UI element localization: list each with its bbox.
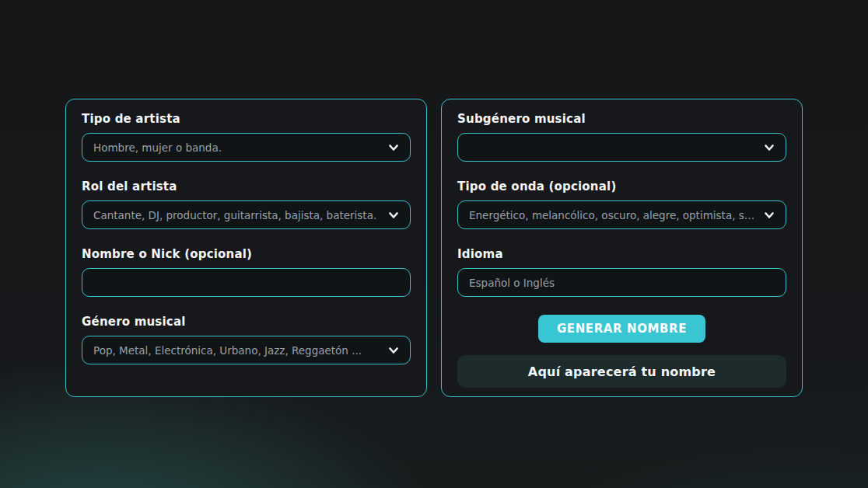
nickname-label: Nombre o Nick (opcional)	[82, 247, 411, 261]
chevron-down-icon	[762, 141, 776, 155]
music-genre-select[interactable]: Pop, Metal, Electrónica, Urbano, Jazz, R…	[82, 336, 411, 364]
artist-role-select[interactable]: Cantante, DJ, productor, guitarrista, ba…	[82, 200, 411, 229]
music-genre-value: Pop, Metal, Electrónica, Urbano, Jazz, R…	[93, 344, 380, 357]
artist-type-select[interactable]: Hombre, mujer o banda.	[82, 133, 411, 162]
app-background: { "colors": { "accent_border": "#3bc0cd"…	[0, 0, 868, 488]
subgenre-select[interactable]	[457, 133, 786, 162]
vibe-label: Tipo de onda (opcional)	[457, 180, 786, 193]
music-genre-label: Género musical	[82, 315, 411, 329]
result-placeholder-text: Aquí aparecerá tu nombre	[528, 364, 716, 379]
language-field: Idioma	[457, 247, 786, 297]
vibe-value: Energético, melancólico, oscuro, alegre,…	[469, 209, 756, 221]
generator-panel: Subgénero musical Tipo de onda (opcional…	[441, 99, 803, 397]
music-genre-field: Género musical Pop, Metal, Electrónica, …	[82, 315, 411, 364]
subgenre-label: Subgénero musical	[457, 112, 786, 126]
language-label: Idioma	[457, 247, 786, 261]
nickname-input[interactable]	[82, 268, 411, 297]
vibe-field: Tipo de onda (opcional) Energético, mela…	[457, 180, 786, 229]
artist-type-field: Tipo de artista Hombre, mujer o banda.	[82, 112, 411, 162]
language-input[interactable]	[457, 268, 786, 297]
chevron-down-icon	[387, 141, 401, 155]
subgenre-field: Subgénero musical	[457, 112, 786, 162]
artist-role-field: Rol del artista Cantante, DJ, productor,…	[82, 180, 411, 229]
chevron-down-icon	[762, 208, 776, 222]
artist-type-label: Tipo de artista	[82, 112, 411, 126]
artist-role-label: Rol del artista	[82, 180, 411, 193]
artist-form-panel: Tipo de artista Hombre, mujer o banda. R…	[65, 99, 427, 397]
nickname-field: Nombre o Nick (opcional)	[82, 247, 411, 297]
chevron-down-icon	[387, 208, 401, 222]
vibe-select[interactable]: Energético, melancólico, oscuro, alegre,…	[457, 200, 786, 229]
chevron-down-icon	[387, 343, 401, 357]
artist-type-value: Hombre, mujer o banda.	[93, 141, 380, 154]
result-placeholder: Aquí aparecerá tu nombre	[457, 355, 786, 388]
generate-name-button[interactable]: GENERAR NOMBRE	[538, 315, 705, 343]
artist-role-value: Cantante, DJ, productor, guitarrista, ba…	[93, 209, 380, 221]
